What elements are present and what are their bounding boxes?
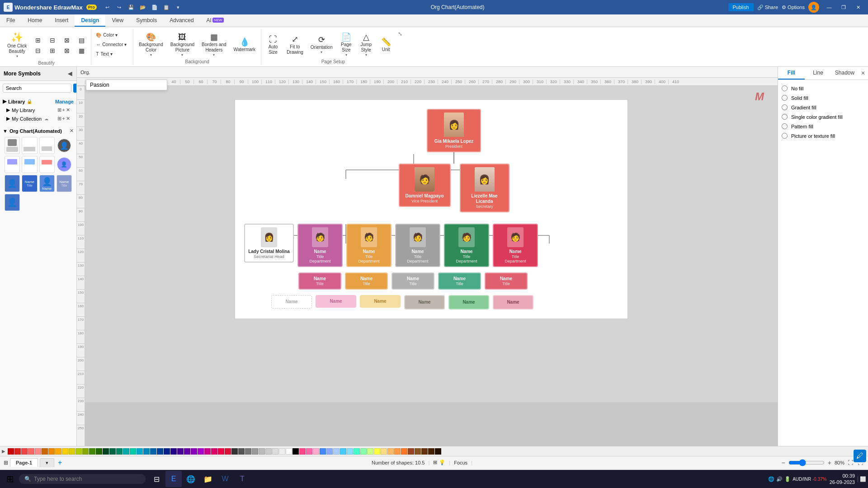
- color-swatch-45[interactable]: [313, 448, 319, 455]
- color-swatch-30[interactable]: [211, 448, 217, 455]
- page-tab-1[interactable]: Page-1: [10, 458, 38, 467]
- layout-btn-4[interactable]: ▤: [75, 36, 88, 45]
- fill-option-picture[interactable]: Picture or texture fill: [782, 131, 864, 141]
- clipboard-button[interactable]: 📋: [161, 2, 172, 12]
- add-page-button[interactable]: +: [56, 459, 64, 467]
- palette-more[interactable]: ▶: [2, 449, 5, 454]
- color-swatch-31[interactable]: [218, 448, 224, 455]
- shape-item-4[interactable]: 👤: [57, 139, 71, 152]
- borders-button[interactable]: ▦ Borders andHeaders ▾: [199, 31, 229, 59]
- org-title[interactable]: ▼ Org Chart(Automated): [3, 128, 62, 134]
- qat-dropdown[interactable]: ▾: [173, 2, 184, 12]
- color-swatch-56[interactable]: [387, 448, 394, 455]
- color-swatch-60[interactable]: [415, 448, 421, 455]
- page-setup-expand[interactable]: ⤡: [398, 31, 402, 37]
- zoom-slider[interactable]: [788, 459, 825, 466]
- volume-icon[interactable]: 🔊: [776, 476, 783, 482]
- color-swatch-10[interactable]: [75, 448, 82, 455]
- fill-option-pattern[interactable]: Pattern fill: [782, 122, 864, 131]
- color-swatch-23[interactable]: [164, 448, 170, 455]
- color-swatch-37[interactable]: [259, 448, 265, 455]
- unit-button[interactable]: 📏 Unit: [377, 36, 395, 54]
- shape-item-6[interactable]: [22, 156, 37, 173]
- tab-home[interactable]: Home: [21, 14, 48, 27]
- undo-button[interactable]: ↩: [102, 2, 113, 12]
- shape-item-10[interactable]: Name Title: [22, 175, 37, 192]
- text-button[interactable]: T Text ▾: [94, 50, 130, 58]
- taskbar-app-explorer[interactable]: 📁: [200, 471, 216, 487]
- taskbar-app-word[interactable]: W: [217, 471, 233, 487]
- diagram-container[interactable]: 👩 Gia Mikaela Lopez President: [235, 99, 628, 319]
- tab-ai[interactable]: AI NEW: [200, 14, 230, 27]
- fill-panel-icon[interactable]: 🖊: [854, 450, 866, 462]
- fill-option-none[interactable]: No fill: [782, 84, 864, 93]
- color-button[interactable]: 🎨 Color ▾: [94, 31, 130, 39]
- page-size-button[interactable]: 📄 PageSize ▾: [337, 31, 355, 59]
- options-button[interactable]: ⚙ Options: [782, 5, 805, 10]
- color-swatch-35[interactable]: [245, 448, 251, 455]
- my-library-add[interactable]: ⊞: [57, 107, 61, 113]
- shape-item-7[interactable]: [39, 156, 55, 173]
- leaf-node-2[interactable]: Name: [360, 295, 401, 308]
- shape-item-8[interactable]: 👤: [57, 157, 71, 172]
- my-library-add2[interactable]: +: [62, 107, 65, 113]
- page-tab-dropdown[interactable]: ▾: [40, 458, 54, 467]
- color-swatch-39[interactable]: [272, 448, 278, 455]
- tab-shadow[interactable]: Shadow: [831, 67, 858, 80]
- restore-button[interactable]: ❐: [837, 2, 850, 12]
- color-swatch-53[interactable]: [367, 448, 373, 455]
- panel-collapse-button[interactable]: ◀: [67, 70, 73, 78]
- color-swatch-42[interactable]: [292, 448, 299, 455]
- auto-size-button[interactable]: ⛶ AutoSize: [264, 33, 282, 57]
- color-swatch-38[interactable]: [265, 448, 272, 455]
- shape-item-3[interactable]: [39, 137, 55, 154]
- shape-item-9[interactable]: 👤: [5, 175, 20, 192]
- zoom-in-button[interactable]: +: [826, 459, 833, 466]
- color-swatch-55[interactable]: [381, 448, 387, 455]
- redo-button[interactable]: ↪: [114, 2, 125, 12]
- color-swatch-52[interactable]: [360, 448, 367, 455]
- color-swatch-5[interactable]: [42, 448, 48, 455]
- fill-radio-pattern[interactable]: [782, 123, 788, 129]
- vp-node[interactable]: 🧑 Damniel Magpayo Vice President: [399, 164, 451, 207]
- sub-node-2[interactable]: Name Title: [392, 272, 434, 290]
- color-swatch-62[interactable]: [428, 448, 434, 455]
- color-swatch-27[interactable]: [191, 448, 197, 455]
- color-swatch-3[interactable]: [28, 448, 34, 455]
- color-swatch-22[interactable]: [157, 448, 163, 455]
- focus-button[interactable]: Focus: [454, 460, 467, 465]
- leaf-node-4[interactable]: Name: [448, 295, 489, 310]
- open-button[interactable]: 📂: [137, 2, 148, 12]
- jump-style-button[interactable]: △ JumpStyle ▾: [357, 31, 375, 59]
- shape-item-5[interactable]: [5, 156, 20, 173]
- color-swatch-2[interactable]: [21, 448, 28, 455]
- leaf-node-3[interactable]: Name: [404, 295, 445, 310]
- fit-to-drawing-button[interactable]: ⤢ Fit toDrawing: [284, 33, 306, 57]
- color-swatch-8[interactable]: [62, 448, 68, 455]
- color-swatch-14[interactable]: [103, 448, 109, 455]
- color-swatch-1[interactable]: [14, 448, 21, 455]
- canvas[interactable]: M: [85, 86, 778, 446]
- tab-file[interactable]: File: [0, 14, 21, 27]
- connector-button[interactable]: ↔ Connector ▾: [94, 40, 130, 49]
- manage-button[interactable]: Manage: [55, 99, 74, 104]
- layout-btn-2[interactable]: ⊟: [46, 36, 59, 45]
- fill-radio-none[interactable]: [782, 85, 788, 91]
- color-swatch-13[interactable]: [96, 448, 102, 455]
- layout-btn-6[interactable]: ⊞: [46, 46, 59, 56]
- my-collection-item[interactable]: ▶ My Collection ☁ ⊞ + ✕: [3, 114, 74, 123]
- status-icon-2[interactable]: 💡: [439, 460, 445, 465]
- color-swatch-46[interactable]: [320, 448, 326, 455]
- color-swatch-18[interactable]: [130, 448, 136, 455]
- collection-add[interactable]: ⊞: [57, 116, 61, 122]
- taskbar-app-edraw[interactable]: E: [165, 471, 182, 487]
- layout-btn-1[interactable]: ⊞: [31, 36, 45, 45]
- color-swatch-63[interactable]: [435, 448, 441, 455]
- taskbar-app-1[interactable]: ⊟: [148, 471, 165, 487]
- tab-symbols[interactable]: Symbols: [130, 14, 163, 27]
- color-swatch-54[interactable]: [374, 448, 380, 455]
- new-button[interactable]: 📄: [149, 2, 160, 12]
- save-button[interactable]: 💾: [126, 2, 137, 12]
- color-swatch-50[interactable]: [347, 448, 353, 455]
- shape-item-11[interactable]: 👤 Name: [39, 175, 55, 192]
